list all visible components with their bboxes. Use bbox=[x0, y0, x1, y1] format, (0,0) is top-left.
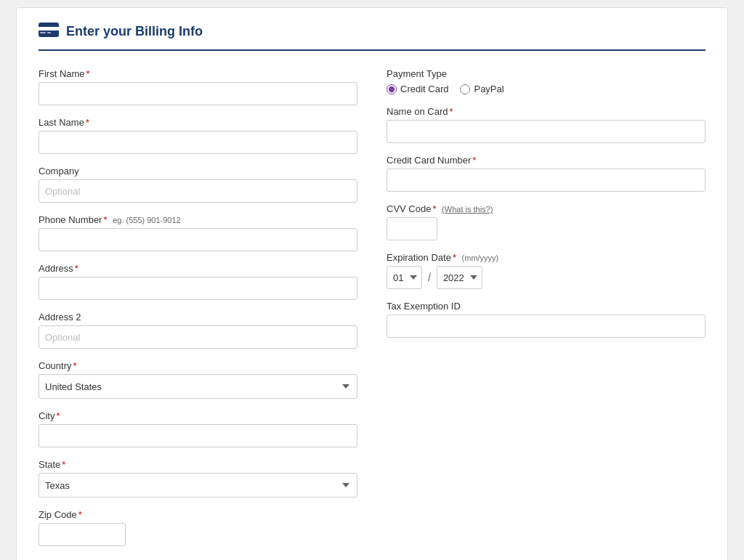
left-column: First Name* Last Name* Company bbox=[39, 68, 357, 546]
svg-rect-2 bbox=[40, 32, 46, 33]
zip-code-input[interactable] bbox=[39, 523, 126, 546]
payment-type-group: Payment Type Credit Card PayPal bbox=[387, 68, 705, 94]
paypal-option[interactable]: PayPal bbox=[460, 84, 504, 94]
paypal-radio[interactable] bbox=[460, 84, 470, 94]
last-name-input[interactable] bbox=[39, 131, 357, 154]
last-name-label: Last Name* bbox=[39, 117, 357, 128]
address-group: Address* bbox=[39, 263, 357, 300]
company-group: Company bbox=[39, 166, 357, 203]
credit-card-option[interactable]: Credit Card bbox=[387, 84, 448, 94]
last-name-group: Last Name* bbox=[39, 117, 357, 154]
country-select[interactable]: United States Canada United Kingdom Aust… bbox=[39, 374, 357, 399]
credit-card-label: Credit Card bbox=[400, 84, 448, 94]
address-input[interactable] bbox=[39, 277, 357, 300]
payment-radio-group: Credit Card PayPal bbox=[387, 84, 705, 94]
first-name-group: First Name* bbox=[39, 68, 357, 105]
credit-card-icon bbox=[39, 23, 59, 41]
name-on-card-input[interactable] bbox=[387, 120, 705, 143]
country-label: Country* bbox=[39, 360, 357, 371]
company-input[interactable] bbox=[39, 179, 357, 203]
payment-type-label: Payment Type bbox=[387, 68, 705, 79]
city-group: City* bbox=[39, 410, 357, 447]
phone-note: eg. (555) 901-9012 bbox=[113, 216, 181, 224]
phone-number-input[interactable] bbox=[39, 228, 357, 251]
city-label: City* bbox=[39, 410, 357, 421]
credit-card-number-group: Credit Card Number* bbox=[387, 155, 705, 192]
cvv-code-group: CVV Code* (What is this?) bbox=[387, 203, 705, 240]
address2-label: Address 2 bbox=[39, 312, 357, 322]
expiration-date-label: Expiration Date* (mm/yyyy) bbox=[387, 252, 705, 263]
first-name-label: First Name* bbox=[39, 68, 357, 79]
right-column: Payment Type Credit Card PayPal bbox=[387, 68, 705, 546]
expiration-note: (mm/yyyy) bbox=[462, 253, 499, 262]
expiration-date-group: Expiration Date* (mm/yyyy) 01 02 03 04 0… bbox=[387, 252, 705, 289]
company-label: Company bbox=[39, 166, 357, 176]
credit-card-number-label: Credit Card Number* bbox=[387, 155, 705, 166]
expiration-month-select[interactable]: 01 02 03 04 05 06 07 08 09 10 11 12 bbox=[387, 266, 422, 289]
state-group: State* AlabamaAlaskaArizonaArkansas Cali… bbox=[39, 459, 357, 498]
phone-number-group: Phone Number* eg. (555) 901-9012 bbox=[39, 214, 357, 251]
expiration-row: 01 02 03 04 05 06 07 08 09 10 11 12 bbox=[387, 266, 705, 289]
address2-group: Address 2 bbox=[39, 312, 357, 349]
tax-exemption-input[interactable] bbox=[387, 315, 705, 338]
credit-card-radio[interactable] bbox=[387, 84, 397, 94]
cvv-code-label: CVV Code* (What is this?) bbox=[387, 203, 705, 214]
tax-exemption-label: Tax Exemption ID bbox=[387, 301, 705, 312]
expiration-separator: / bbox=[428, 272, 431, 283]
name-on-card-group: Name on Card* bbox=[387, 106, 705, 143]
svg-rect-3 bbox=[47, 32, 51, 33]
city-input[interactable] bbox=[39, 424, 357, 447]
paypal-label: PayPal bbox=[474, 84, 504, 94]
cvv-code-input[interactable] bbox=[387, 217, 437, 240]
page-title: Enter your Billing Info bbox=[66, 24, 203, 39]
zip-code-group: Zip Code* bbox=[39, 509, 357, 546]
billing-form-header: Enter your Billing Info bbox=[39, 23, 705, 51]
state-select[interactable]: AlabamaAlaskaArizonaArkansas CaliforniaC… bbox=[39, 473, 357, 498]
cvv-what-is-this[interactable]: (What is this?) bbox=[442, 205, 493, 214]
credit-card-number-input[interactable] bbox=[387, 169, 705, 192]
zip-code-label: Zip Code* bbox=[39, 509, 357, 520]
address-label: Address* bbox=[39, 263, 357, 274]
expiration-year-select[interactable]: 2022 2023 2024 2025 2026 2027 2028 2029 … bbox=[437, 266, 482, 289]
state-label: State* bbox=[39, 459, 357, 470]
country-group: Country* United States Canada United Kin… bbox=[39, 360, 357, 399]
first-name-input[interactable] bbox=[39, 82, 357, 105]
name-on-card-label: Name on Card* bbox=[387, 106, 705, 117]
phone-number-label: Phone Number* eg. (555) 901-9012 bbox=[39, 214, 357, 225]
svg-rect-1 bbox=[39, 27, 59, 31]
address2-input[interactable] bbox=[39, 325, 357, 349]
tax-exemption-group: Tax Exemption ID bbox=[387, 301, 705, 338]
